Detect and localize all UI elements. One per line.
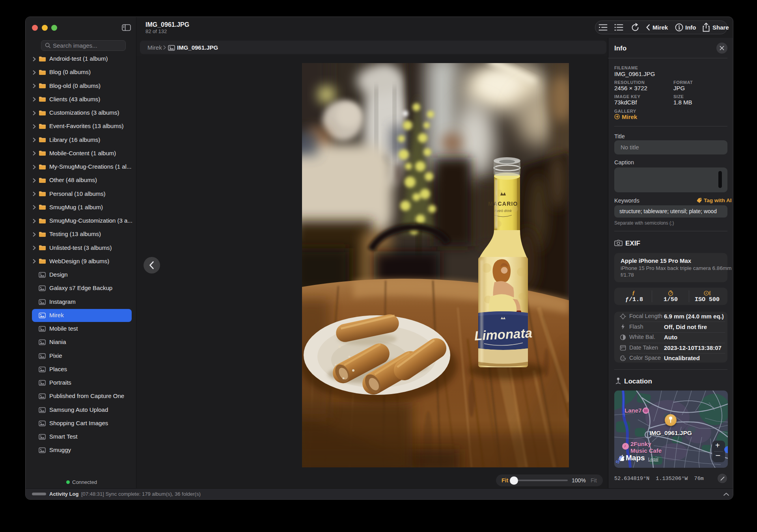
svg-text:MACARIO: MACARIO	[488, 201, 518, 207]
